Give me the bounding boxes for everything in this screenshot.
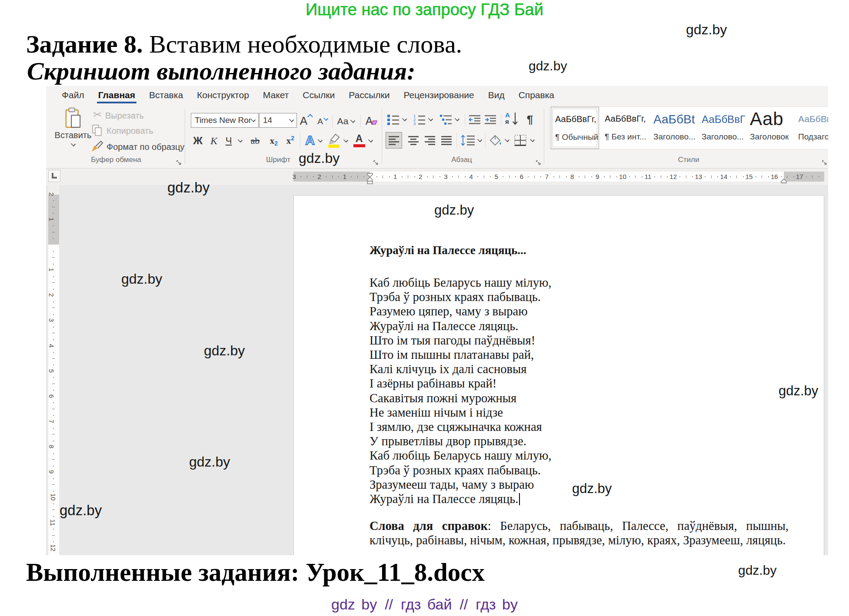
font-family-value: Times New Rom bbox=[191, 116, 251, 125]
poem-line: Што ім пышны платанавы рай, bbox=[370, 348, 551, 362]
superscript-button[interactable]: x 2 bbox=[283, 133, 297, 149]
borders-button[interactable] bbox=[512, 132, 529, 149]
underline-button[interactable]: Ч bbox=[222, 133, 235, 149]
sort-button[interactable]: А я bbox=[504, 112, 520, 127]
style-card-title[interactable]: АabЗаголовок bbox=[746, 107, 793, 148]
change-case-button[interactable]: Аа bbox=[335, 115, 357, 128]
ruler-tick bbox=[736, 176, 737, 178]
grow-font-button[interactable]: А bbox=[298, 114, 314, 128]
poem-line: Трэба ў розных краях пабываць. bbox=[370, 290, 551, 304]
font-family-combo[interactable]: Times New Rom bbox=[191, 113, 259, 128]
style-card-no-spacing[interactable]: АаБбВвГг,¶ Без инт... bbox=[601, 107, 648, 148]
group-separator bbox=[382, 109, 382, 164]
align-right-button[interactable] bbox=[422, 132, 438, 149]
shading-dropdown[interactable] bbox=[503, 132, 510, 149]
clipboard-dialog-launcher[interactable] bbox=[176, 159, 182, 165]
ruler-tick bbox=[458, 176, 459, 178]
cut-button[interactable]: ✂ bbox=[92, 109, 103, 120]
shrink-font-button[interactable]: А bbox=[316, 116, 330, 128]
subscript-button[interactable]: x 2 bbox=[267, 133, 281, 149]
footer-link-1[interactable]: gdz by bbox=[331, 596, 377, 613]
font-color-dropdown[interactable] bbox=[367, 133, 374, 149]
ruler-tick bbox=[629, 176, 630, 177]
copy-label[interactable]: Копировать bbox=[107, 126, 153, 136]
cut-label[interactable]: Вырезать bbox=[105, 111, 144, 121]
bold-button[interactable]: Ж bbox=[191, 133, 204, 149]
document-page[interactable]: Жураўлі на Палессе ляцяць... Каб любіць … bbox=[293, 195, 824, 555]
tab-references[interactable]: Ссылки bbox=[296, 86, 342, 104]
ruler-tick bbox=[52, 207, 55, 207]
copy-button[interactable] bbox=[91, 124, 104, 137]
font-color-button[interactable]: А bbox=[351, 132, 367, 149]
shading-button[interactable] bbox=[488, 132, 503, 149]
borders-dropdown[interactable] bbox=[529, 132, 536, 149]
ruler-tick bbox=[806, 176, 807, 177]
ruler-tick bbox=[579, 176, 579, 177]
styles-dialog-launcher[interactable] bbox=[822, 159, 827, 165]
style-card-subtitle[interactable]: АаБбВвПодзагол... bbox=[794, 107, 828, 148]
paragraph-dialog-launcher[interactable] bbox=[536, 159, 541, 165]
tab-home[interactable]: Главная bbox=[91, 86, 142, 104]
italic-button[interactable]: К bbox=[208, 133, 220, 149]
tab-file[interactable]: Файл bbox=[55, 86, 91, 104]
poem-line: Жураўлі на Палессе ляцяць. bbox=[370, 319, 551, 333]
paste-label[interactable]: Вставить bbox=[53, 129, 93, 141]
style-card-normal[interactable]: АаБбВвГг,¶ Обычный bbox=[551, 107, 599, 149]
ruler-tick bbox=[52, 409, 55, 409]
line-spacing-button[interactable] bbox=[459, 132, 476, 149]
show-marks-button[interactable]: ¶ bbox=[523, 112, 536, 127]
tab-layout[interactable]: Макет bbox=[256, 86, 296, 104]
horizontal-ruler[interactable]: 3211234567891011121314151617 bbox=[46, 172, 828, 182]
tab-review[interactable]: Рецензирование bbox=[397, 86, 481, 104]
ruler-tick bbox=[332, 176, 333, 178]
ruler-tick bbox=[53, 503, 54, 504]
justify-button[interactable] bbox=[438, 132, 455, 149]
multilevel-dropdown[interactable] bbox=[453, 113, 460, 126]
format-painter-label[interactable]: Формат по образцу bbox=[107, 142, 184, 152]
paste-dropdown[interactable] bbox=[53, 142, 93, 148]
underline-dropdown[interactable] bbox=[236, 133, 244, 149]
watermark: gdz.by bbox=[60, 502, 102, 519]
ruler-tick bbox=[53, 377, 54, 378]
format-painter-button[interactable] bbox=[90, 140, 104, 153]
tab-help[interactable]: Справка bbox=[512, 86, 561, 104]
tab-view[interactable]: Вид bbox=[481, 86, 512, 104]
increase-indent-button[interactable] bbox=[483, 113, 497, 126]
footer-link-3[interactable]: гдз by bbox=[476, 596, 518, 613]
decrease-indent-icon bbox=[469, 114, 481, 125]
strikethrough-button[interactable]: ab bbox=[247, 133, 263, 149]
ruler-tick bbox=[439, 176, 440, 177]
right-indent-marker[interactable] bbox=[781, 177, 787, 185]
ruler-tick bbox=[503, 176, 503, 177]
style-card-heading2[interactable]: АаБбВвГЗаголово... bbox=[698, 107, 745, 148]
highlight-dropdown[interactable] bbox=[342, 133, 349, 149]
tab-insert[interactable]: Вставка bbox=[142, 86, 190, 104]
highlight-button[interactable] bbox=[325, 132, 342, 149]
text-effects-dropdown[interactable] bbox=[316, 133, 323, 149]
tab-design[interactable]: Конструктор bbox=[190, 86, 256, 104]
footer-link-2[interactable]: гдз бай bbox=[401, 596, 452, 613]
style-card-heading1[interactable]: АаБбВtЗаголово... bbox=[649, 107, 697, 148]
bullets-dropdown[interactable] bbox=[401, 113, 408, 126]
numbering-dropdown[interactable] bbox=[427, 113, 434, 126]
ruler-number: 14 bbox=[720, 173, 728, 180]
paste-button[interactable] bbox=[53, 106, 93, 130]
align-center-button[interactable] bbox=[405, 132, 422, 149]
line-spacing-dropdown[interactable] bbox=[476, 132, 483, 149]
ruler-number: 1 bbox=[393, 173, 397, 180]
watermark: gdz.by bbox=[529, 59, 567, 73]
style-label: Подзагол... bbox=[794, 132, 828, 142]
decrease-indent-button[interactable] bbox=[468, 113, 482, 126]
numbering-button[interactable]: 1 2 3 bbox=[413, 113, 426, 126]
vertical-ruler[interactable]: 21123456789101112 bbox=[48, 185, 59, 555]
bullets-button[interactable] bbox=[386, 113, 400, 126]
multilevel-list-button[interactable] bbox=[439, 113, 452, 126]
ruler-tick bbox=[53, 453, 54, 454]
strikethrough-letters: ab bbox=[251, 135, 260, 146]
font-dialog-launcher[interactable] bbox=[373, 159, 379, 165]
tab-mailings[interactable]: Рассылки bbox=[342, 86, 396, 104]
clear-formatting-button[interactable]: А bbox=[363, 114, 380, 128]
text-effects-button[interactable]: А bbox=[303, 132, 317, 149]
font-size-combo[interactable]: 14 bbox=[259, 113, 297, 128]
align-left-button[interactable] bbox=[386, 132, 402, 149]
